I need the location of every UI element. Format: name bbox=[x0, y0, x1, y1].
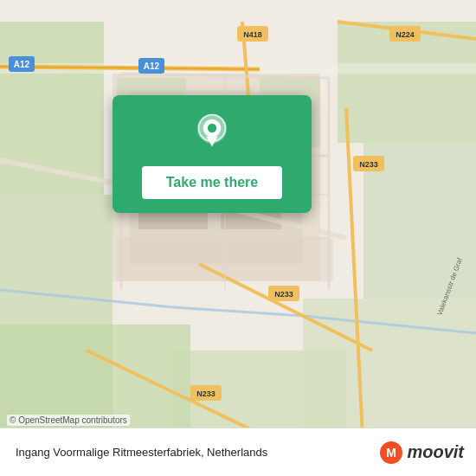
svg-text:A12: A12 bbox=[144, 61, 160, 71]
svg-text:N233: N233 bbox=[359, 160, 378, 169]
popup-card: Take me there bbox=[113, 95, 312, 213]
svg-text:N233: N233 bbox=[196, 389, 215, 398]
osm-attribution: © OpenStreetMap contributors bbox=[7, 415, 130, 426]
svg-text:N233: N233 bbox=[274, 290, 293, 299]
take-me-there-button[interactable]: Take me there bbox=[142, 166, 282, 199]
svg-point-62 bbox=[208, 124, 216, 132]
svg-text:M: M bbox=[387, 446, 397, 460]
moovit-logo: M moovit bbox=[379, 441, 464, 465]
attribution-text: © OpenStreetMap contributors bbox=[10, 415, 127, 425]
map-container: A12 A12 N418 N224 N233 N233 N233 Valekan… bbox=[0, 0, 476, 476]
location-name: Ingang Voormalige Ritmeesterfabriek, Net… bbox=[16, 446, 379, 459]
location-pin-icon bbox=[191, 113, 233, 154]
map-svg: A12 A12 N418 N224 N233 N233 N233 Valekan… bbox=[0, 0, 476, 476]
moovit-brand-text: moovit bbox=[407, 442, 464, 462]
svg-text:N224: N224 bbox=[396, 30, 415, 39]
svg-text:N418: N418 bbox=[243, 30, 262, 39]
bottom-bar: Ingang Voormalige Ritmeesterfabriek, Net… bbox=[0, 428, 476, 476]
moovit-icon: M bbox=[379, 441, 403, 465]
svg-text:A12: A12 bbox=[14, 60, 30, 69]
